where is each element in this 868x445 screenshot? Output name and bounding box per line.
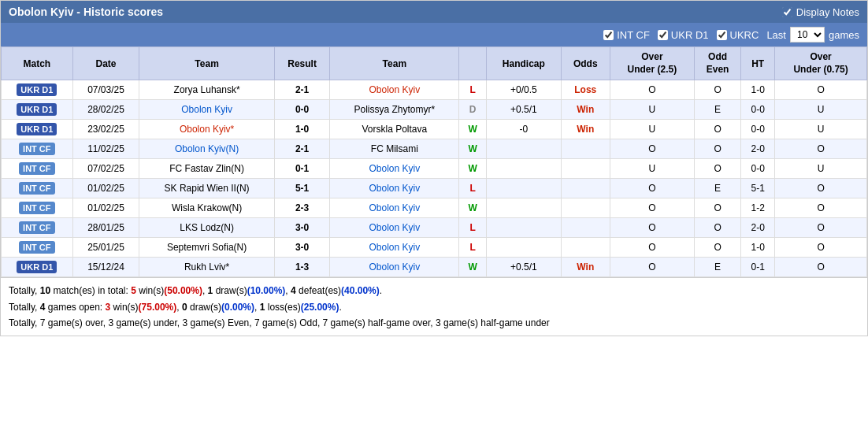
cell-league: INT CF <box>2 139 73 159</box>
league-badge: UKR D1 <box>17 123 57 135</box>
cell-oe: E <box>695 100 741 120</box>
cell-team1: Obolon Kyiv(N) <box>139 139 275 159</box>
table-body: UKR D1 07/03/25 Zorya Luhansk* 2-1 Obolo… <box>2 80 867 277</box>
cell-result: 2-3 <box>274 198 329 218</box>
cell-result: 3-0 <box>274 218 329 238</box>
filter-int-cf: INT CF <box>603 29 650 41</box>
games-label: games <box>829 29 859 41</box>
cell-team2: FC Milsami <box>330 139 459 159</box>
cell-date: 25/01/25 <box>72 238 139 258</box>
cell-date: 01/02/25 <box>72 179 139 198</box>
cell-team1: Wisla Krakow(N) <box>139 198 275 218</box>
cell-team1: Obolon Kyiv <box>139 100 275 120</box>
cell-handicap <box>486 179 561 198</box>
cell-team1: SK Rapid Wien II(N) <box>139 179 275 198</box>
summary-line3: Totally, 7 game(s) over, 3 game(s) under… <box>9 315 859 331</box>
summary-open-losses: 1 <box>260 302 265 313</box>
table-row: INT CF 07/02/25 FC Fastav Zlin(N) 0-1 Ob… <box>2 159 867 179</box>
league-badge: INT CF <box>19 182 54 195</box>
cell-date: 15/12/24 <box>72 258 139 277</box>
cell-ou075: U <box>775 100 867 120</box>
filter-bar: INT CF UKR D1 UKRC Last 5 10 15 20 games <box>1 23 867 46</box>
cell-team2: Obolon Kyiv <box>330 238 459 258</box>
cell-handicap: +0/0.5 <box>486 80 561 100</box>
cell-ou075: U <box>775 120 867 139</box>
cell-ou25: O <box>610 139 694 159</box>
cell-oe: O <box>695 80 741 100</box>
cell-handicap <box>486 139 561 159</box>
filter-ukrc-checkbox[interactable] <box>717 30 727 40</box>
cell-ou075: O <box>775 238 867 258</box>
cell-wld: L <box>459 179 486 198</box>
cell-ou25: O <box>610 179 694 198</box>
display-notes-label: Display Notes <box>796 6 859 18</box>
display-notes-checkbox[interactable] <box>782 7 792 17</box>
table-row: INT CF 28/01/25 LKS Lodz(N) 3-0 Obolon K… <box>2 218 867 238</box>
table-row: INT CF 25/01/25 Septemvri Sofia(N) 3-0 O… <box>2 238 867 258</box>
summary-open-wins-pct: (75.00%) <box>139 302 177 313</box>
summary-draws: 1 <box>208 285 213 296</box>
last-label: Last <box>766 29 786 41</box>
cell-result: 1-0 <box>274 120 329 139</box>
scores-table: Match Date Team Result Team Handicap Odd… <box>1 46 867 277</box>
cell-oe: E <box>695 179 741 198</box>
cell-handicap <box>486 159 561 179</box>
summary-defeats-pct: (40.00%) <box>341 285 380 296</box>
cell-date: 28/01/25 <box>72 218 139 238</box>
cell-team1: Obolon Kyiv* <box>139 120 275 139</box>
cell-wld: W <box>459 198 486 218</box>
cell-ou25: O <box>610 80 694 100</box>
cell-ou25: U <box>610 100 694 120</box>
header-bar: Obolon Kyiv - Historic scores Display No… <box>1 1 867 23</box>
table-row: UKR D1 15/12/24 Rukh Lviv* 1-3 Obolon Ky… <box>2 258 867 277</box>
col-team1: Team <box>139 47 275 80</box>
filter-int-cf-checkbox[interactable] <box>603 30 614 40</box>
summary-open-losses-pct: (25.00%) <box>301 302 339 313</box>
filter-ukr-d1-checkbox[interactable] <box>658 30 668 40</box>
cell-date: 11/02/25 <box>72 139 139 159</box>
cell-odds: Win <box>561 100 610 120</box>
cell-date: 01/02/25 <box>72 198 139 218</box>
cell-league: INT CF <box>2 198 73 218</box>
filter-ukr-d1-label: UKR D1 <box>671 29 709 41</box>
cell-result: 5-1 <box>274 179 329 198</box>
cell-team2: Obolon Kyiv <box>330 159 459 179</box>
filter-ukr-d1: UKR D1 <box>658 29 709 41</box>
summary-defeats: 4 <box>291 285 296 296</box>
col-odds: Odds <box>561 47 610 80</box>
cell-handicap <box>486 198 561 218</box>
filter-ukrc: UKRC <box>717 29 759 41</box>
cell-result: 2-1 <box>274 80 329 100</box>
cell-result: 3-0 <box>274 238 329 258</box>
cell-team2: Obolon Kyiv <box>330 80 459 100</box>
col-odd-even: OddEven <box>695 47 741 80</box>
main-container: Obolon Kyiv - Historic scores Display No… <box>0 0 868 336</box>
cell-team1: LKS Lodz(N) <box>139 218 275 238</box>
cell-ou25: O <box>610 198 694 218</box>
col-result: Result <box>274 47 329 80</box>
cell-odds <box>561 159 610 179</box>
cell-ht: 1-2 <box>741 198 775 218</box>
cell-team1: FC Fastav Zlin(N) <box>139 159 275 179</box>
cell-wld: D <box>459 100 486 120</box>
cell-wld: L <box>459 80 486 100</box>
col-ht: HT <box>741 47 775 80</box>
cell-league: UKR D1 <box>2 80 73 100</box>
cell-ou075: O <box>775 80 867 100</box>
cell-oe: O <box>695 218 741 238</box>
cell-date: 28/02/25 <box>72 100 139 120</box>
cell-ou075: O <box>775 218 867 238</box>
table-row: UKR D1 23/02/25 Obolon Kyiv* 1-0 Vorskla… <box>2 120 867 139</box>
cell-wld: L <box>459 238 486 258</box>
last-games-control: Last 5 10 15 20 games <box>766 27 859 43</box>
last-games-select[interactable]: 5 10 15 20 <box>790 27 825 43</box>
cell-date: 23/02/25 <box>72 120 139 139</box>
table-header-row: Match Date Team Result Team Handicap Odd… <box>2 47 867 80</box>
cell-ou25: U <box>610 159 694 179</box>
league-badge: UKR D1 <box>17 261 57 273</box>
cell-odds: Loss <box>561 80 610 100</box>
cell-league: INT CF <box>2 179 73 198</box>
league-badge: INT CF <box>19 162 54 175</box>
cell-date: 07/02/25 <box>72 159 139 179</box>
cell-result: 1-3 <box>274 258 329 277</box>
